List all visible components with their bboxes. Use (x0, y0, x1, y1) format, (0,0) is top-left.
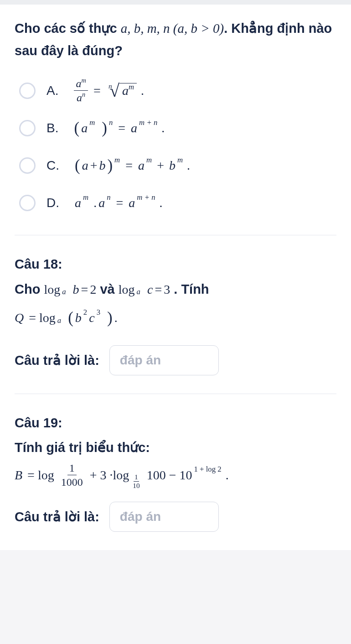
q18-suffix: . Tính (174, 282, 209, 296)
q18-mid: và (100, 282, 118, 296)
q19-B-expression: B = log 11000 + 3 ·log110 100 − 101 + lo… (15, 462, 231, 488)
divider (15, 394, 336, 394)
q19-answer-row: Câu trả lời là: (15, 502, 336, 532)
q18-logab-val: 2 (90, 279, 96, 301)
q18-Q-expression: Q = loga (b2c3 ). (15, 304, 118, 332)
top-bar (0, 0, 351, 5)
q19-answer-label: Câu trả lời là: (15, 509, 99, 525)
q17-stem-vars: a, b, m, n (a, b > 0) (121, 21, 224, 36)
radio-icon (19, 120, 36, 136)
q18-prefix: Cho (15, 282, 44, 296)
q17-option-d[interactable]: D. am .an = am + n . (19, 189, 336, 217)
q17-option-b-math: (am )n = am + n . (74, 119, 167, 137)
q17-stem-bold: đúng? (82, 43, 123, 58)
q18-logac: loga c = 3 (119, 279, 170, 301)
q19-body: Tính giá trị biểu thức: (15, 437, 336, 458)
option-label-d: D. (46, 196, 59, 210)
radio-icon (19, 195, 36, 211)
radio-icon (19, 157, 36, 174)
q18-logac-val: 3 (164, 279, 170, 301)
q17-option-d-math: am .an = am + n . (75, 196, 165, 210)
option-label-c: C. (46, 158, 59, 173)
q19-answer-input[interactable] (109, 502, 219, 532)
q17-option-b[interactable]: B. (am )n = am + n . (19, 114, 336, 142)
q17-stem: Cho các số thực a, b, m, n (a, b > 0). K… (15, 17, 336, 62)
q17-option-c[interactable]: C. (a + b)m = am + bm . (19, 152, 336, 179)
quiz-content: Cho các số thực a, b, m, n (a, b > 0). K… (0, 5, 351, 550)
q18-answer-input[interactable] (109, 345, 219, 375)
q17-option-a[interactable]: A. am an = n √ am . (19, 77, 336, 104)
option-label-b: B. (46, 121, 58, 135)
q18-answer-label: Câu trả lời là: (15, 353, 99, 368)
divider (15, 235, 336, 235)
radio-icon (19, 83, 36, 99)
q19-expression-wrap: B = log 11000 + 3 ·log110 100 − 101 + lo… (15, 462, 336, 488)
q18-title: Câu 18: (15, 254, 336, 275)
q19-title: Câu 19: (15, 412, 336, 433)
q18-logab: loga b = 2 (44, 279, 96, 301)
q17-stem-prefix: Cho các số thực (15, 21, 121, 36)
option-label-a: A. (46, 83, 58, 98)
q17-option-c-math: (a + b)m = am + bm . (75, 156, 192, 175)
q17-option-a-math: am an = n √ am . (74, 78, 146, 104)
q18-answer-row: Câu trả lời là: (15, 345, 336, 375)
q18-body: Cho loga b = 2 và loga c = 3 . Tính Q = … (15, 278, 336, 332)
